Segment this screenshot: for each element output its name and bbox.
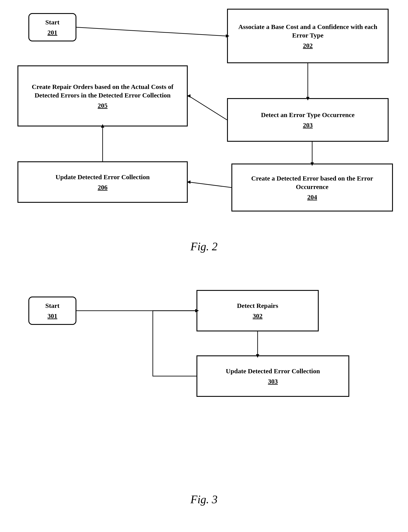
ref-205: 205: [98, 101, 108, 110]
box-303: Update Detected Error Collection 303: [196, 355, 349, 397]
fig2-label: Fig. 2: [0, 236, 408, 257]
svg-line-4: [189, 96, 227, 120]
box-302: Detect Repairs 302: [196, 290, 319, 331]
box-204: Create a Detected Error based on the Err…: [231, 164, 393, 212]
box303-label: Update Detected Error Collection: [226, 367, 320, 375]
start-label: Start: [45, 18, 60, 26]
box203-label: Detect an Error Type Occurrence: [261, 111, 355, 119]
ref-303: 303: [268, 377, 278, 385]
box-206: Update Detected Error Collection 206: [17, 161, 188, 203]
box302-label: Detect Repairs: [237, 301, 278, 310]
start-label-3: Start: [45, 301, 60, 310]
box206-label: Update Detected Error Collection: [55, 173, 150, 181]
fig3-label: Fig. 3: [0, 489, 408, 510]
box205-label: Create Repair Orders based on the Actual…: [24, 82, 181, 99]
box-205: Create Repair Orders based on the Actual…: [17, 65, 188, 126]
ref-204: 204: [307, 193, 317, 201]
ref-302: 302: [253, 311, 263, 320]
ref-206: 206: [98, 183, 108, 191]
box204-label: Create a Detected Error based on the Err…: [238, 174, 387, 191]
ref-201: 201: [48, 28, 57, 37]
svg-line-8: [189, 182, 231, 188]
box-203: Detect an Error Type Occurrence 203: [227, 98, 389, 142]
svg-line-0: [76, 27, 226, 36]
box202-label: Associate a Base Cost and a Confidence w…: [233, 23, 382, 40]
start-box-301: Start 301: [28, 296, 76, 325]
box-202: Associate a Base Cost and a Confidence w…: [227, 9, 389, 63]
start-box-201: Start 201: [28, 13, 76, 41]
ref-202: 202: [303, 41, 313, 50]
ref-301: 301: [48, 311, 57, 320]
ref-203: 203: [303, 121, 313, 129]
